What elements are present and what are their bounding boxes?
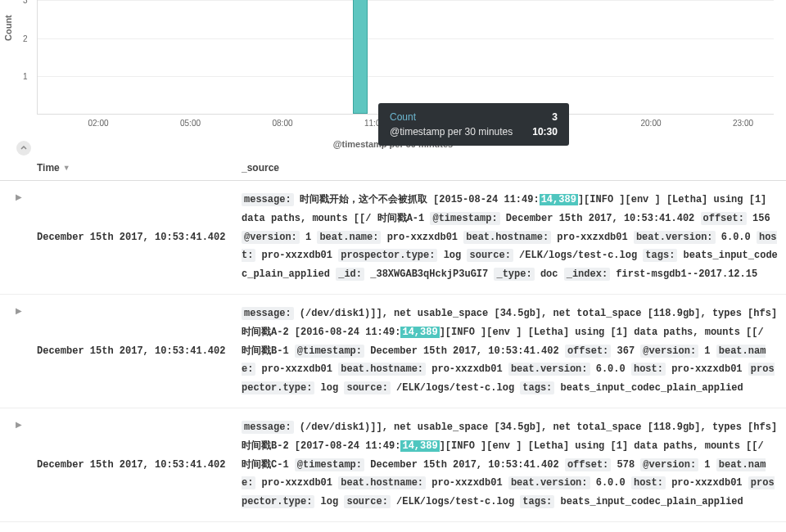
chart-tooltip: Count 3 @timestamp per 30 minutes 10:30 xyxy=(378,103,569,146)
expand-row-button[interactable]: ▶ xyxy=(0,304,37,398)
x-tick: 20:00 xyxy=(640,119,661,128)
results-table: Time ▼ _source ▶December 15th 2017, 10:5… xyxy=(0,156,786,522)
column-time-label: Time xyxy=(37,162,60,174)
table-row: ▶December 15th 2017, 10:53:41.402message… xyxy=(0,408,786,522)
histogram-chart[interactable]: Count 123 02:0005:0008:0011:0014:0017:00… xyxy=(0,0,786,156)
row-source: message 时间戳开始，这个不会被抓取 [2015-08-24 11:49:… xyxy=(242,191,786,284)
row-time: December 15th 2017, 10:53:41.402 xyxy=(37,191,242,284)
row-time: December 15th 2017, 10:53:41.402 xyxy=(37,418,242,512)
table-row: ▶December 15th 2017, 10:53:41.402message… xyxy=(0,295,786,408)
x-tick: 23:00 xyxy=(733,119,753,128)
plot-area: 123 xyxy=(37,0,774,115)
tooltip-count-value: 3 xyxy=(552,111,558,123)
sort-desc-icon: ▼ xyxy=(63,164,70,172)
tooltip-time-value: 10:30 xyxy=(532,126,558,138)
y-tick: 3 xyxy=(23,0,28,5)
histogram-bar[interactable] xyxy=(353,0,368,114)
y-tick: 2 xyxy=(23,34,28,43)
y-axis-label: Count xyxy=(3,15,13,41)
x-tick: 02:00 xyxy=(88,119,108,128)
row-time: December 15th 2017, 10:53:41.402 xyxy=(37,304,242,398)
y-tick: 1 xyxy=(23,72,28,81)
row-source: message (/dev/disk1)]], net usable_space… xyxy=(242,304,786,398)
column-time[interactable]: Time ▼ xyxy=(37,162,242,174)
x-tick: 08:00 xyxy=(272,119,292,128)
tooltip-time-label: @timestamp per 30 minutes xyxy=(390,126,513,138)
column-source[interactable]: _source xyxy=(242,162,786,174)
table-header: Time ▼ _source xyxy=(0,156,786,181)
table-row: ▶December 15th 2017, 10:53:41.402message… xyxy=(0,181,786,295)
tooltip-count-label: Count xyxy=(390,111,416,123)
expand-row-button[interactable]: ▶ xyxy=(0,418,37,512)
collapse-chart-button[interactable] xyxy=(16,141,31,156)
x-tick: 05:00 xyxy=(180,119,201,128)
expand-row-button[interactable]: ▶ xyxy=(0,191,37,284)
row-source: message (/dev/disk1)]], net usable_space… xyxy=(242,418,786,512)
